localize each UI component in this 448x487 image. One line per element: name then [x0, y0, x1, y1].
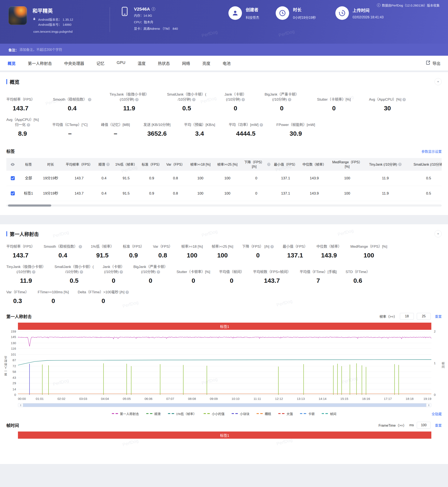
hide-all-link[interactable]: 全隐藏 — [432, 411, 442, 416]
row-checkbox[interactable] — [11, 191, 15, 195]
metric-value: 91.5 — [96, 252, 108, 259]
legend-item[interactable]: 小小的强 — [204, 412, 224, 416]
table-hscrollbar-thumb[interactable] — [8, 204, 51, 207]
y-left-tick: 0 — [14, 393, 16, 397]
help-icon[interactable]: ? — [27, 123, 30, 127]
device-info-icon[interactable]: i — [152, 7, 155, 11]
param-display-settings-link[interactable]: 参数显示设置 — [421, 149, 442, 154]
metric-value: 143.9 — [321, 252, 337, 259]
table-hscrollbar — [6, 204, 442, 207]
y-left-tick: 145 — [11, 335, 16, 339]
help-icon[interactable]: ? — [241, 98, 245, 101]
chart-legend: 第一人称射击顺滑1%低（帧率）小小的强小块块糟糕大强卡顿帧间 全隐藏 — [6, 411, 442, 416]
metric: 平均帧数（FPS+帧间）143.7 — [253, 269, 291, 284]
tab-10[interactable]: 电池 — [223, 60, 231, 66]
metric: STD（FTime）0.6 — [346, 269, 370, 284]
fps-threshold-input-1[interactable] — [400, 313, 414, 320]
device-memory: 内存：14.9G — [134, 13, 178, 18]
legend-item[interactable]: 帧间 — [322, 412, 336, 416]
metric-label: Stutter（卡顿率）[%] — [176, 269, 210, 275]
legend-item[interactable]: 第一人称射击 — [112, 412, 139, 416]
legend-item[interactable]: 卡顿 — [300, 412, 314, 416]
legend-item[interactable]: 小块块 — [232, 412, 249, 416]
metric: 帧率>=18 [%]100 — [181, 244, 203, 259]
chart-scrollbar-range[interactable] — [23, 403, 426, 407]
tags-column-header: 中位数（帧率） — [299, 158, 329, 171]
tags-cell: 标签1 — [19, 186, 38, 201]
help-icon[interactable]: ? — [79, 245, 82, 248]
help-icon[interactable]: ? — [398, 163, 402, 166]
metric-label: 峰值（记忆）[MB] — [101, 122, 130, 127]
tags-cell: 100 — [329, 171, 365, 186]
fps-threshold-input-2[interactable] — [417, 313, 431, 320]
help-icon[interactable]: ? — [402, 98, 406, 101]
legend-swatch — [232, 413, 238, 414]
metric: MedRange（FPS）[%]100 — [350, 244, 387, 259]
metric-value: 0 — [280, 105, 283, 112]
help-icon[interactable]: ? — [288, 98, 291, 101]
tab-4[interactable]: 记忆 — [96, 60, 104, 66]
metric-value: 11.9 — [123, 105, 135, 112]
tab-9[interactable]: 亮度 — [202, 60, 210, 66]
tab-2[interactable]: 第一人称射击 — [28, 60, 52, 66]
note-bar: 备注： — [0, 44, 448, 56]
help-icon[interactable]: ? — [88, 98, 91, 101]
help-icon[interactable]: ? — [32, 270, 35, 274]
tags-cell: 100 — [214, 186, 241, 201]
legend-item[interactable]: 顺滑 — [146, 412, 161, 416]
help-icon[interactable]: ? — [157, 270, 160, 274]
metric: TinyJank（极微小卡顿） (/10分钟)?11.9 — [110, 92, 149, 112]
tags-cell: 143.7 — [63, 186, 95, 201]
chart-scrollbar-left-handle[interactable]: ||| — [18, 403, 23, 407]
metric-value: 0.4 — [68, 105, 77, 112]
frametime-threshold-input[interactable] — [417, 422, 431, 429]
x-tick: 16:16 — [362, 397, 370, 400]
metric-label: FTime>=100ms [%] — [38, 290, 69, 295]
tab-3[interactable]: 中央处理器 — [64, 60, 84, 66]
app-icon — [8, 6, 27, 25]
frametime-reset-link[interactable]: 重置 — [435, 423, 442, 428]
tags-cell: 0.4 — [95, 171, 113, 186]
frametime-unit: ms — [409, 423, 414, 427]
legend-item[interactable]: 1%低（帧率） — [168, 412, 197, 416]
x-tick: 00:00 — [18, 397, 26, 400]
help-icon[interactable]: ? — [106, 163, 110, 166]
metric: 中位数（帧率）143.9 — [316, 244, 342, 259]
tab-6[interactable]: 温度 — [137, 60, 145, 66]
tab-8[interactable]: 网络 — [182, 60, 190, 66]
metric-label: TinyJank（极微小卡顿） (/10分钟)? — [6, 264, 46, 275]
help-icon[interactable]: ? — [260, 123, 263, 127]
legend-item[interactable]: 大强 — [278, 412, 293, 416]
help-icon[interactable]: ? — [126, 291, 129, 294]
y-right-tick: 2 — [434, 330, 436, 333]
tags-cell: 0.8 — [164, 171, 187, 186]
collapse-fps-button[interactable]: ▼ — [434, 230, 442, 237]
metric-value: 0 — [230, 277, 233, 284]
row-checkbox[interactable] — [11, 176, 15, 180]
note-input[interactable] — [19, 48, 209, 52]
legend-item[interactable]: 糟糕 — [256, 412, 271, 416]
help-icon[interactable]: ? — [80, 270, 83, 274]
tags-cell: 137.1 — [272, 171, 299, 186]
metric-label: 下降（FPS） [/h]? — [242, 244, 274, 249]
collapse-overview-button[interactable]: ▼ — [434, 78, 442, 85]
tags-table: 标签时长平均帧率（FPS）顺滑?1%低（帧率）标准（FPS）Var（FPS）帧率… — [6, 158, 442, 201]
help-icon[interactable]: ? — [120, 270, 123, 274]
chart-scrollbar-right-handle[interactable]: ||| — [426, 403, 431, 407]
metric: Stutter（卡顿率）[%]0 — [317, 97, 351, 112]
metric: Smooth（稳帧指数）?0.4 — [44, 244, 82, 259]
fps-reset-link[interactable]: 重置 — [435, 314, 442, 319]
help-icon[interactable]: ? — [135, 98, 139, 101]
help-icon[interactable]: ? — [192, 98, 196, 101]
checkbox-cell — [6, 186, 19, 201]
tab-5[interactable]: GPU — [117, 60, 125, 66]
help-icon[interactable]: ? — [270, 245, 274, 248]
tab-7[interactable]: 热状态 — [158, 60, 170, 66]
metric: 最小值（FPS）137.1 — [283, 244, 308, 259]
metric: SmallJank（微小卡顿）( /10分钟)?0.5 — [167, 92, 206, 112]
help-icon[interactable]: ? — [267, 163, 270, 166]
metric-label: Smooth（稳帧指数）? — [44, 244, 82, 249]
metric: 平均值（FTime）[手稿]7 — [300, 269, 337, 284]
export-button[interactable]: 导出 — [426, 60, 440, 66]
tab-1[interactable]: 概览 — [8, 60, 16, 66]
